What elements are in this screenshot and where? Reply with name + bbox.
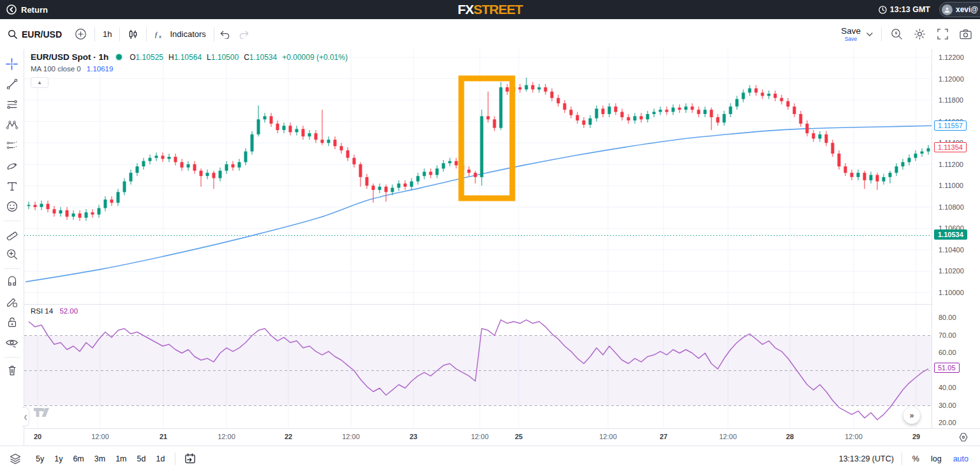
rsi-legend-label: RSI 14	[31, 307, 53, 315]
tool-forecast-icon[interactable]	[3, 136, 22, 155]
chart-toolbar: EUR/USD 1h f x Indica	[0, 19, 980, 50]
utc-clock[interactable]: 13:13:29 (UTC)	[839, 454, 894, 463]
tool-magnet-icon[interactable]	[3, 272, 22, 291]
tool-horizontal-lines-icon[interactable]	[3, 95, 22, 114]
range-button-5d[interactable]: 5d	[133, 453, 151, 465]
quick-search-icon[interactable]	[887, 25, 906, 44]
time-tick-label: 12:00	[471, 433, 489, 440]
time-tick-label: 12:00	[218, 433, 235, 440]
top-bar: Return FXSTREET 13:13 GMT xevi@	[0, 0, 980, 19]
time-tick-label: 12:00	[342, 433, 360, 440]
indicators-label: Indicators	[170, 29, 205, 39]
back-circle-icon	[6, 4, 17, 15]
interval-button[interactable]: 1h	[96, 24, 118, 45]
candles-icon	[128, 29, 138, 40]
search-icon	[8, 29, 18, 40]
gmt-time: 13:13 GMT	[879, 5, 930, 14]
time-tick-label: 22	[285, 433, 292, 440]
object-tree-icon[interactable]	[6, 449, 25, 468]
tool-remove-drawings-icon[interactable]	[3, 361, 22, 380]
tool-crosshair-icon[interactable]	[3, 54, 22, 73]
time-tick-label: 27	[660, 433, 667, 440]
tool-zoom-in-icon[interactable]	[3, 245, 22, 264]
go-to-date-icon[interactable]	[181, 449, 200, 468]
axis-settings-icon[interactable]	[958, 432, 969, 442]
price-tick-label: 1.10800	[939, 203, 964, 211]
log-scale-button[interactable]: log	[928, 453, 944, 465]
legend-collapse-button[interactable]: ▲	[31, 77, 48, 88]
market-status-dot	[116, 54, 122, 60]
price-tick-label: 1.12200	[939, 54, 964, 61]
change-value: +0.00009 (+0.01%)	[282, 53, 348, 62]
fxstreet-chart-screen: Return FXSTREET 13:13 GMT xevi@	[0, 0, 980, 471]
tool-trend-line-icon[interactable]	[3, 75, 22, 94]
fx-icon: f x	[154, 29, 166, 40]
price-tick-label: 1.11200	[939, 161, 963, 168]
rsi-tick-label: 60.00	[939, 349, 956, 356]
tool-emoji-icon[interactable]	[3, 197, 22, 216]
ma-legend-label: MA 100 close 0	[31, 65, 81, 73]
price-pane[interactable]: EUR/USD Spot · 1h O1.10525 H1.10564 L1.1…	[24, 49, 932, 304]
rsi-tick-label: 20.00	[939, 419, 956, 426]
tool-hide-drawings-icon[interactable]	[3, 333, 22, 352]
tool-xabcd-pattern-icon[interactable]	[3, 115, 22, 134]
percent-scale-button[interactable]: %	[910, 453, 922, 465]
range-button-6m[interactable]: 6m	[68, 453, 88, 465]
time-axis[interactable]: 2012:002112:002212:002312:002512:002712:…	[24, 428, 980, 446]
compare-add-symbol-button[interactable]	[68, 24, 93, 45]
rsi-pane[interactable]: RSI 14 52.00 »	[24, 304, 932, 429]
chart-style-button[interactable]	[121, 24, 145, 45]
price-axis[interactable]: 1.122001.120001.118001.116001.114001.112…	[932, 49, 980, 428]
rsi-legend: RSI 14 52.00	[31, 307, 78, 315]
rsi-tick-label: 30.00	[939, 402, 956, 409]
save-button[interactable]: Save Save	[841, 27, 861, 41]
time-tick-label: 29	[912, 433, 920, 440]
svg-text:x: x	[160, 34, 162, 40]
range-button-3m[interactable]: 3m	[90, 453, 110, 465]
avatar	[942, 4, 953, 15]
rsi-chart-svg	[24, 305, 932, 429]
snapshot-camera-icon[interactable]	[956, 25, 975, 44]
low-value: 1.10500	[211, 53, 239, 62]
symbol-label: EUR/USD	[22, 29, 62, 40]
tool-drawing-pencil-icon[interactable]	[3, 293, 22, 312]
user-account-button[interactable]: xevi@	[939, 2, 980, 17]
fxstreet-logo: FXSTREET	[457, 0, 523, 19]
chart-legend: EUR/USD Spot · 1h O1.10525 H1.10564 L1.1…	[31, 52, 348, 88]
tool-ruler-icon[interactable]	[3, 224, 22, 243]
rsi-tick-label: 70.00	[939, 331, 956, 339]
return-label: Return	[21, 5, 48, 15]
scroll-to-latest-button[interactable]: »	[903, 407, 920, 424]
price-tick-label: 1.11800	[939, 96, 963, 104]
highlight-rectangle[interactable]	[461, 78, 512, 198]
tool-lock-drawings-icon[interactable]	[3, 313, 22, 332]
return-button[interactable]: Return	[6, 4, 48, 15]
left-rail-collapse-tab[interactable]: ❮	[22, 407, 29, 426]
price-tick-label: 1.10400	[939, 246, 964, 254]
ma-100-line	[26, 126, 932, 282]
range-button-1d[interactable]: 1d	[151, 453, 169, 465]
last-price-chip: 1.11354	[934, 142, 967, 152]
redo-button[interactable]	[235, 25, 254, 44]
tool-text-icon[interactable]	[3, 177, 22, 196]
price-tick-label: 1.10200	[939, 267, 964, 275]
range-button-1y[interactable]: 1y	[50, 453, 67, 465]
time-tick-label: 20	[34, 433, 41, 440]
range-button-5y[interactable]: 5y	[31, 453, 48, 465]
undo-button[interactable]	[216, 25, 235, 44]
range-button-1m[interactable]: 1m	[111, 453, 131, 465]
indicators-button[interactable]: f x Indicators	[148, 24, 212, 45]
bottom-toolbar: 5y1y6m3m1m5d1d 13:13:29 (UTC) % log auto	[0, 446, 980, 471]
time-tick-label: 25	[515, 433, 523, 440]
settings-gear-icon[interactable]	[910, 25, 929, 44]
legend-symbol-title: EUR/USD Spot · 1h	[31, 52, 108, 62]
auto-scale-button[interactable]: auto	[951, 453, 971, 465]
time-tick-label: 23	[410, 433, 417, 440]
rsi-value-chip: 51.05	[934, 363, 960, 373]
save-menu-chevron[interactable]	[863, 25, 876, 44]
tool-brush-icon[interactable]	[3, 156, 22, 175]
price-tick-label: 1.12000	[939, 75, 964, 83]
fullscreen-icon[interactable]	[933, 25, 952, 44]
price-tick-label: 1.11000	[939, 182, 963, 189]
symbol-search-button[interactable]: EUR/USD	[1, 24, 68, 45]
